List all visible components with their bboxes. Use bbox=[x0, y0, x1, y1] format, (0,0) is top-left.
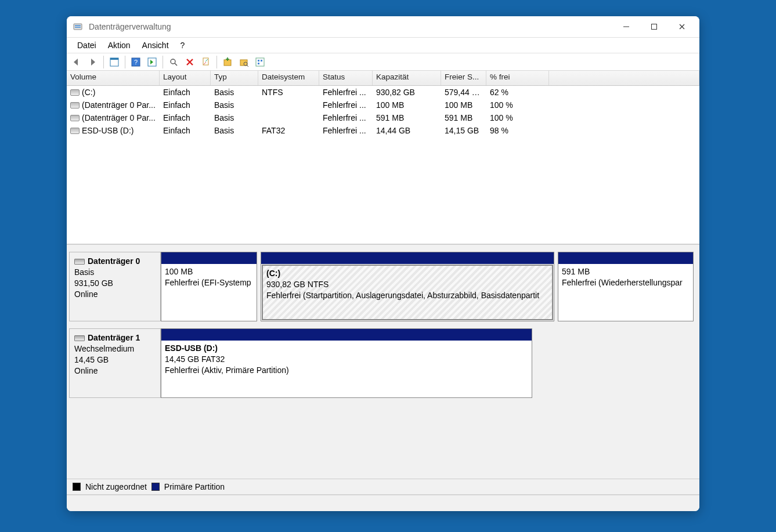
partition[interactable]: 591 MBFehlerfrei (Wiederherstellungspar bbox=[558, 252, 694, 321]
toolbar: ? bbox=[67, 53, 699, 71]
cell-fs bbox=[258, 103, 319, 107]
back-button[interactable] bbox=[69, 55, 84, 69]
disk-icon bbox=[74, 335, 85, 341]
cell-status: Fehlerfrei ... bbox=[319, 124, 373, 137]
cell-fs: FAT32 bbox=[258, 124, 319, 137]
menu-action[interactable]: Aktion bbox=[102, 38, 136, 52]
cell-typ: Basis bbox=[211, 124, 258, 137]
svg-text:?: ? bbox=[134, 59, 138, 66]
partition[interactable]: (C:)930,82 GB NTFSFehlerfrei (Startparti… bbox=[261, 252, 554, 321]
menu-view[interactable]: Ansicht bbox=[136, 38, 175, 52]
volume-list-pane: Volume Layout Typ Dateisystem Status Kap… bbox=[67, 71, 699, 245]
disk-state: Online bbox=[74, 289, 156, 300]
window-title: Datenträgerverwaltung bbox=[89, 22, 171, 31]
partition-header-stripe bbox=[161, 252, 257, 264]
cell-status: Fehlerfrei ... bbox=[319, 111, 373, 124]
cell-pct: 100 % bbox=[486, 111, 549, 124]
drive-icon bbox=[70, 115, 80, 121]
disk-row: Datenträger 1Wechselmedium14,45 GBOnline… bbox=[69, 328, 697, 398]
app-icon bbox=[73, 21, 83, 32]
new-partition-icon[interactable] bbox=[220, 55, 235, 69]
partition[interactable]: ESD-USB (D:)14,45 GB FAT32Fehlerfrei (Ak… bbox=[161, 328, 532, 398]
titlebar: Datenträgerverwaltung bbox=[67, 16, 699, 37]
cell-typ: Basis bbox=[211, 86, 258, 99]
cell-pct: 100 % bbox=[486, 99, 549, 111]
disk-management-window: Datenträgerverwaltung Datei Aktion Ansic… bbox=[67, 16, 699, 511]
menu-help[interactable]: ? bbox=[175, 38, 191, 52]
cell-layout: Einfach bbox=[160, 86, 211, 99]
properties-icon[interactable] bbox=[198, 55, 214, 69]
table-row[interactable]: (C:)EinfachBasisNTFSFehlerfrei ...930,82… bbox=[67, 86, 699, 99]
partition-label: (C:) bbox=[266, 268, 548, 279]
partition-status: Fehlerfrei (Aktiv, Primäre Partition) bbox=[165, 365, 528, 376]
legend: Nicht zugeordnet Primäre Partition bbox=[67, 479, 699, 495]
refresh-icon[interactable] bbox=[166, 55, 181, 69]
explore-partition-icon[interactable] bbox=[236, 55, 251, 69]
disk-label[interactable]: Datenträger 1Wechselmedium14,45 GBOnline bbox=[69, 328, 161, 398]
cell-pct: 98 % bbox=[486, 124, 549, 137]
column-free[interactable]: Freier S... bbox=[441, 71, 486, 85]
maximize-button[interactable] bbox=[640, 17, 668, 37]
partition-header-stripe bbox=[161, 329, 532, 341]
menu-file[interactable]: Datei bbox=[71, 38, 102, 52]
show-hide-console-tree-icon[interactable] bbox=[107, 55, 122, 69]
table-row[interactable]: (Datenträger 0 Par...EinfachBasisFehlerf… bbox=[67, 111, 699, 124]
svg-rect-18 bbox=[258, 63, 259, 64]
partition-size: 591 MB bbox=[562, 266, 690, 277]
column-capacity[interactable]: Kapazität bbox=[373, 71, 441, 85]
cell-layout: Einfach bbox=[160, 111, 211, 124]
cell-typ: Basis bbox=[211, 99, 258, 111]
cell-free: 100 MB bbox=[441, 99, 486, 111]
volume-name: (C:) bbox=[82, 88, 95, 97]
cell-capacity: 591 MB bbox=[373, 111, 441, 124]
partition-status: Fehlerfrei (Startpartition, Auslagerungs… bbox=[266, 290, 548, 301]
column-status[interactable]: Status bbox=[319, 71, 373, 85]
drive-icon bbox=[70, 89, 80, 96]
cell-layout: Einfach bbox=[160, 99, 211, 111]
partition-size: 930,82 GB NTFS bbox=[266, 279, 548, 290]
svg-rect-15 bbox=[256, 58, 264, 66]
partition-header-stripe bbox=[558, 252, 693, 264]
disk-name: Datenträger 0 bbox=[88, 256, 140, 266]
partition-size: 100 MB bbox=[165, 266, 253, 277]
forward-button[interactable] bbox=[85, 55, 100, 69]
column-layout[interactable]: Layout bbox=[160, 71, 211, 85]
svg-point-10 bbox=[171, 59, 175, 64]
column-pctfree[interactable]: % frei bbox=[486, 71, 549, 85]
cell-typ: Basis bbox=[211, 111, 258, 124]
cell-capacity: 100 MB bbox=[373, 99, 441, 111]
legend-unallocated-label: Nicht zugeordnet bbox=[85, 482, 147, 491]
svg-rect-6 bbox=[110, 58, 118, 60]
close-button[interactable] bbox=[668, 17, 696, 37]
help-icon[interactable]: ? bbox=[128, 55, 143, 69]
partition[interactable]: 100 MBFehlerfrei (EFI-Systemp bbox=[161, 252, 257, 321]
svg-rect-3 bbox=[623, 27, 629, 27]
drive-icon bbox=[70, 102, 80, 108]
table-row[interactable]: (Datenträger 0 Par...EinfachBasisFehlerf… bbox=[67, 99, 699, 111]
cell-free: 579,44 GB bbox=[441, 86, 486, 99]
minimize-button[interactable] bbox=[612, 17, 640, 37]
action-list-icon[interactable] bbox=[145, 55, 160, 69]
cell-pct: 62 % bbox=[486, 86, 549, 99]
cell-capacity: 930,82 GB bbox=[373, 86, 441, 99]
volume-name: (Datenträger 0 Par... bbox=[82, 100, 156, 110]
partition-status: Fehlerfrei (Wiederherstellungspar bbox=[562, 277, 690, 288]
table-row[interactable]: ESD-USB (D:)EinfachBasisFAT32Fehlerfrei … bbox=[67, 124, 699, 137]
partition-status: Fehlerfrei (EFI-Systemp bbox=[165, 277, 253, 288]
drive-icon bbox=[70, 128, 80, 134]
settings-icon[interactable] bbox=[252, 55, 268, 69]
volume-list-header: Volume Layout Typ Dateisystem Status Kap… bbox=[67, 71, 699, 86]
column-fs[interactable]: Dateisystem bbox=[258, 71, 319, 85]
svg-rect-1 bbox=[75, 25, 81, 26]
volume-name: (Datenträger 0 Par... bbox=[82, 113, 156, 122]
disk-state: Online bbox=[74, 365, 156, 377]
legend-unallocated-swatch bbox=[73, 483, 81, 491]
partition-size: 14,45 GB FAT32 bbox=[165, 354, 528, 365]
column-volume[interactable]: Volume bbox=[67, 71, 160, 85]
cell-layout: Einfach bbox=[160, 124, 211, 137]
column-typ[interactable]: Typ bbox=[211, 71, 258, 85]
cell-capacity: 14,44 GB bbox=[373, 124, 441, 137]
delete-icon[interactable] bbox=[182, 55, 197, 69]
svg-rect-17 bbox=[261, 60, 262, 61]
disk-label[interactable]: Datenträger 0Basis931,50 GBOnline bbox=[69, 252, 161, 321]
